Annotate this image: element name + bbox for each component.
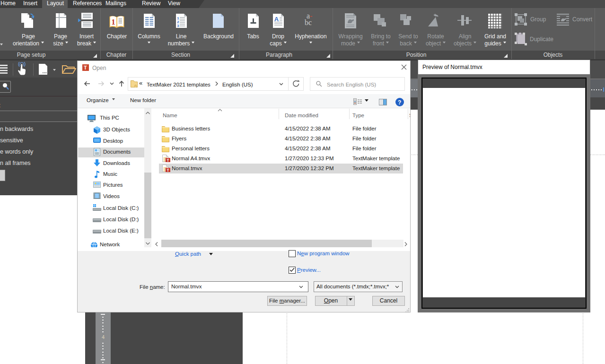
svg-text:T: T (167, 168, 169, 172)
svg-text:T: T (167, 158, 169, 162)
svg-text:3: 3 (177, 24, 179, 28)
svg-text:1: 1 (111, 17, 115, 26)
svg-text:A: A (274, 16, 279, 23)
